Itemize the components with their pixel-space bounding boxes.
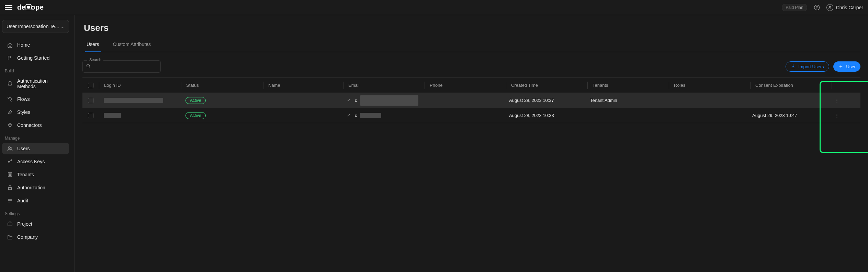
- nav-label: Connectors: [17, 122, 42, 128]
- brush-icon: [7, 109, 13, 115]
- col-login-id[interactable]: Login ID: [99, 83, 181, 88]
- svg-point-9: [8, 161, 10, 163]
- nav-connectors[interactable]: Connectors: [2, 119, 69, 131]
- nav-authorization[interactable]: Authorization: [2, 182, 69, 193]
- nav-label: Access Keys: [17, 159, 45, 164]
- status-badge: Active: [185, 97, 206, 104]
- nav-audit[interactable]: Audit: [2, 195, 69, 206]
- nav-tenants[interactable]: Tenants: [2, 169, 69, 180]
- user-name: Chris Carper: [836, 5, 863, 10]
- help-icon[interactable]: [813, 4, 820, 11]
- lock-icon: [7, 185, 13, 191]
- folder-icon: [7, 234, 13, 240]
- email-redacted: ████ ███ █████ ████████: [360, 95, 419, 106]
- svg-rect-10: [8, 173, 12, 177]
- nav-label: Styles: [17, 109, 30, 115]
- nav-label: Authentication Methods: [17, 78, 64, 89]
- project-selector[interactable]: User Impersonation Te… ⌄: [2, 20, 69, 33]
- status-badge: Active: [185, 112, 206, 119]
- col-name[interactable]: Name: [263, 83, 343, 88]
- user-menu[interactable]: Chris Carper: [826, 4, 863, 11]
- col-phone[interactable]: Phone: [425, 83, 506, 88]
- add-user-button[interactable]: ＋ User: [833, 61, 860, 72]
- check-icon: ✓: [347, 113, 351, 118]
- row-checkbox[interactable]: [88, 98, 93, 103]
- flow-icon: [7, 96, 13, 102]
- section-label-settings: Settings: [0, 207, 71, 217]
- cell-email: ✓ c██ ██ ██: [342, 113, 423, 118]
- import-users-button[interactable]: Import Users: [786, 61, 829, 72]
- users-table: Login ID Status Name Email Phone Created…: [82, 78, 860, 123]
- search-input[interactable]: [82, 60, 161, 73]
- svg-point-7: [8, 147, 10, 149]
- nav-label: Company: [17, 234, 38, 240]
- svg-point-3: [816, 9, 817, 9]
- col-email[interactable]: Email: [343, 83, 425, 88]
- nav-access-keys[interactable]: Access Keys: [2, 156, 69, 167]
- nav-styles[interactable]: Styles: [2, 106, 69, 118]
- check-icon: ✓: [347, 98, 351, 103]
- col-consent[interactable]: Consent Expiration: [751, 83, 832, 88]
- project-name: User Impersonation Te…: [7, 24, 60, 29]
- cell-login-id: ████ ██████ ████████: [104, 98, 163, 103]
- nav-getting-started[interactable]: Getting Started: [2, 52, 69, 64]
- toolbar: Search Import Users ＋ User: [82, 60, 860, 73]
- nav-home[interactable]: Home: [2, 39, 69, 51]
- nav-flows[interactable]: Flows: [2, 93, 69, 105]
- svg-point-8: [10, 147, 12, 148]
- svg-rect-1: [27, 6, 30, 9]
- chevron-down-icon: ⌄: [60, 24, 65, 29]
- cell-tenants: Tenant Admin: [585, 98, 666, 103]
- tabstrip: Users Custom Attributes: [82, 37, 860, 52]
- cell-login-id: ███ ██: [104, 113, 121, 118]
- col-status[interactable]: Status: [181, 83, 263, 88]
- logo: de ope: [17, 3, 44, 11]
- nav-users[interactable]: Users: [2, 143, 69, 154]
- search-icon: [86, 63, 91, 70]
- nav-project[interactable]: Project: [2, 218, 69, 230]
- list-icon: [7, 198, 13, 204]
- nav-label: Users: [17, 146, 30, 151]
- plug-icon: [7, 122, 13, 128]
- svg-rect-11: [8, 187, 11, 190]
- nav-label: Project: [17, 221, 32, 227]
- row-checkbox[interactable]: [88, 113, 93, 118]
- nav-company[interactable]: Company: [2, 231, 69, 243]
- key-icon: [7, 158, 13, 165]
- nav-label: Getting Started: [17, 55, 49, 61]
- svg-point-4: [829, 6, 831, 8]
- email-redacted: ██ ██ ██: [360, 113, 382, 118]
- sidebar: User Impersonation Te… ⌄ Home Getting St…: [0, 15, 75, 272]
- row-actions-icon[interactable]: ⋮: [835, 113, 839, 118]
- col-roles[interactable]: Roles: [669, 83, 750, 88]
- table-header: Login ID Status Name Email Phone Created…: [82, 78, 860, 93]
- select-all-checkbox[interactable]: [88, 83, 93, 88]
- col-tenants[interactable]: Tenants: [588, 83, 669, 88]
- main-content: Users Users Custom Attributes Search Imp…: [75, 15, 868, 272]
- table-row[interactable]: ███ ██ Active ✓ c██ ██ ██ August 28, 202…: [82, 108, 860, 123]
- menu-toggle-icon[interactable]: [5, 4, 12, 11]
- plan-badge[interactable]: Paid Plan: [782, 4, 807, 11]
- col-created[interactable]: Created Time: [506, 83, 587, 88]
- svg-point-13: [87, 64, 89, 67]
- tab-custom-attributes[interactable]: Custom Attributes: [112, 37, 153, 52]
- cell-consent: August 29, 2023 10:47: [747, 113, 828, 118]
- top-bar: de ope Paid Plan Chris Carper: [0, 0, 868, 15]
- briefcase-icon: [7, 221, 13, 227]
- email-prefix: c: [355, 113, 357, 118]
- svg-rect-12: [8, 223, 12, 226]
- email-prefix: c: [355, 98, 357, 103]
- svg-point-6: [11, 100, 12, 101]
- nav-label: Authorization: [17, 185, 45, 190]
- shield-icon: [7, 81, 13, 87]
- nav-label: Flows: [17, 96, 30, 102]
- table-row[interactable]: ████ ██████ ████████ Active ✓ c████ ███ …: [82, 93, 860, 108]
- nav-label: Home: [17, 42, 30, 48]
- row-actions-icon[interactable]: ⋮: [835, 98, 839, 103]
- cell-created: August 28, 2023 10:33: [504, 113, 585, 118]
- avatar-icon: [826, 4, 833, 11]
- nav-label: Audit: [17, 198, 28, 203]
- nav-auth-methods[interactable]: Authentication Methods: [2, 75, 69, 92]
- search-label: Search: [87, 58, 103, 62]
- tab-users[interactable]: Users: [85, 37, 101, 52]
